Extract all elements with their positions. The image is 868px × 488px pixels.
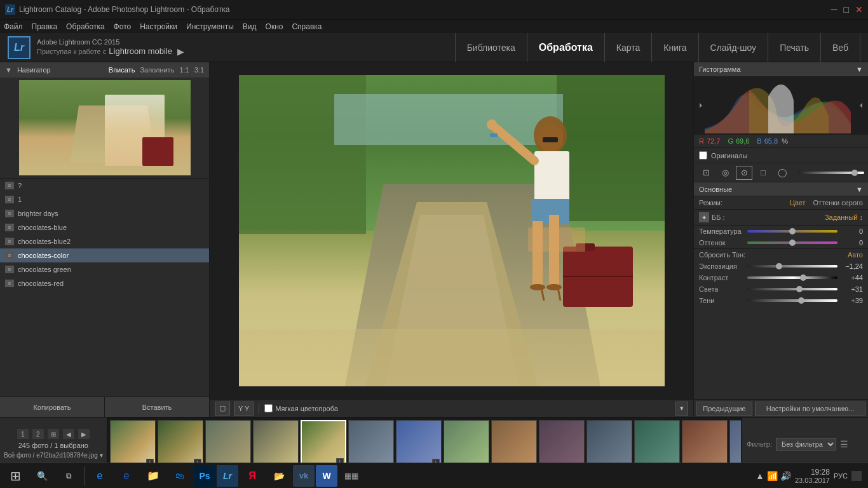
menu-tools[interactable]: Инструменты [186, 22, 234, 31]
copy-button[interactable]: Копировать [0, 397, 105, 417]
mode-color-btn[interactable]: Цвет [790, 199, 806, 207]
exposure-thumb[interactable] [776, 263, 782, 269]
auto-tone-btn[interactable]: Авто [848, 251, 863, 259]
next-photo-btn[interactable]: ▶ [78, 429, 90, 439]
nav-book[interactable]: Книга [652, 33, 698, 62]
thumb-10[interactable] [539, 420, 585, 468]
window-controls[interactable]: ─ □ ✕ [831, 4, 863, 15]
folder-icon[interactable]: 📁 [140, 464, 166, 488]
tint-thumb[interactable] [789, 240, 796, 246]
show-desktop-btn[interactable] [851, 471, 862, 481]
shadows-thumb[interactable] [798, 297, 804, 304]
store-icon[interactable]: 🛍 [167, 464, 193, 488]
zoom-3-1[interactable]: 3:1 [194, 66, 204, 74]
thumb-14[interactable] [729, 420, 741, 468]
view-compare-btn[interactable]: 2 [32, 429, 44, 439]
contrast-thumb[interactable] [800, 274, 806, 281]
redeye-icon[interactable]: ⊙ [736, 166, 752, 180]
clock[interactable]: 19:28 23.03.2017 [795, 468, 830, 484]
wb-value[interactable]: Заданный ↕ [825, 214, 863, 221]
thumb-4[interactable] [253, 420, 299, 468]
exposure-track[interactable] [747, 265, 837, 268]
start-button[interactable]: ⊞ [3, 463, 28, 489]
shadows-track[interactable] [747, 299, 837, 302]
expand-filmstrip-btn[interactable]: ▾ [675, 402, 688, 416]
nav-print[interactable]: Печать [768, 33, 821, 62]
highlights-track[interactable] [747, 288, 837, 290]
thumb-12[interactable] [634, 420, 680, 468]
filter-select[interactable]: Без фильтра [776, 438, 836, 451]
thumb-3[interactable] [205, 420, 251, 468]
close-btn[interactable]: ✕ [855, 4, 863, 15]
crop-tool-btn[interactable]: ▢ [215, 402, 230, 416]
vk-icon[interactable]: vk [293, 465, 315, 487]
files-icon[interactable]: 📂 [266, 464, 292, 488]
taskview-btn[interactable]: ⧉ [56, 464, 81, 488]
thumb-2[interactable]: 1 [158, 420, 203, 468]
menu-develop[interactable]: Обработка [66, 22, 105, 31]
network-icon[interactable]: 📶 [767, 471, 778, 481]
contrast-track[interactable] [747, 276, 837, 279]
preset-choc-blue2[interactable]: ≡ chocolates-blue2 [0, 234, 209, 248]
preset-1[interactable]: ≡ 1 [0, 193, 209, 207]
radial-icon[interactable]: ◯ [774, 166, 790, 180]
view-single-btn[interactable]: 1 [17, 429, 29, 439]
basic-collapse-icon[interactable]: ▼ [856, 186, 863, 193]
originals-checkbox[interactable] [699, 151, 707, 159]
crop-icon[interactable]: ⊡ [698, 166, 714, 180]
maximize-btn[interactable]: □ [844, 4, 849, 15]
preset-choc-green[interactable]: ≡ chocolates green [0, 262, 209, 276]
minimize-btn[interactable]: ─ [831, 4, 837, 15]
zoom-fit[interactable]: Вписать [109, 66, 135, 74]
thumb-9[interactable] [491, 420, 537, 468]
nav-web[interactable]: Веб [821, 33, 860, 62]
ie-icon[interactable]: e [114, 464, 139, 488]
search-taskbar-btn[interactable]: 🔍 [29, 464, 55, 488]
paste-button[interactable]: Вставить [105, 397, 209, 417]
wb-picker-icon[interactable]: ✦ [699, 212, 709, 222]
preset-choc-color[interactable]: ≡ chocolates-color [0, 248, 209, 262]
preset-brighter-days[interactable]: ≡ brighter days [0, 207, 209, 220]
thumb-11[interactable] [587, 420, 632, 468]
word-icon[interactable]: W [316, 465, 337, 487]
filmstrip-settings-icon[interactable]: ☰ [840, 439, 848, 449]
spot-heal-icon[interactable]: ◎ [717, 166, 733, 180]
temperature-track[interactable] [747, 230, 837, 233]
thumb-7[interactable]: 1 [396, 420, 442, 468]
channel-btn[interactable]: Y Y [234, 402, 254, 416]
menu-photo[interactable]: Фото [114, 22, 132, 31]
yandex-icon[interactable]: Я [240, 464, 265, 488]
menu-view[interactable]: Вид [243, 22, 257, 31]
menu-file[interactable]: Файл [4, 22, 23, 31]
preset-choc-blue[interactable]: ≡ chocolates-blue [0, 220, 209, 234]
tray-arrow[interactable]: ▲ [756, 471, 764, 481]
nav-slideshow[interactable]: Слайд-шоу [699, 33, 769, 62]
menu-edit[interactable]: Правка [32, 22, 58, 31]
nav-map[interactable]: Карта [605, 33, 652, 62]
edge-icon[interactable]: e [87, 464, 112, 488]
tint-track[interactable] [747, 241, 837, 244]
menu-help[interactable]: Справка [292, 22, 322, 31]
photoshop-icon[interactable]: Ps [194, 465, 215, 487]
zoom-fill[interactable]: Заполнить [140, 66, 174, 74]
menu-window[interactable]: Окно [266, 22, 283, 31]
preset-q[interactable]: ≡ ? [0, 179, 209, 193]
highlights-thumb[interactable] [796, 286, 803, 292]
thumb-13[interactable] [682, 420, 728, 468]
grid-view-btn[interactable]: ⊞ [48, 429, 59, 439]
zoom-1-1[interactable]: 1:1 [179, 66, 189, 74]
mode-grayscale-btn[interactable]: Оттенки серого [813, 199, 863, 207]
default-settings-btn[interactable]: Настройки по умолчанию... [755, 402, 865, 416]
softproof-checkbox[interactable] [264, 404, 273, 412]
collapse-icon[interactable]: ▼ [5, 66, 12, 74]
volume-icon[interactable]: 🔊 [780, 471, 791, 481]
temperature-thumb[interactable] [789, 228, 796, 234]
nav-library[interactable]: Библиотека [455, 33, 527, 62]
thumb-6[interactable] [348, 420, 394, 468]
lightroom-taskbar-icon[interactable]: Lr [217, 465, 238, 487]
prev-settings-btn[interactable]: Предыдущие [696, 402, 752, 416]
prev-photo-btn[interactable]: ◀ [63, 429, 74, 439]
nav-develop[interactable]: Обработка [527, 33, 605, 62]
thumb-8[interactable] [444, 420, 489, 468]
thumb-1[interactable]: 1 [110, 420, 156, 468]
